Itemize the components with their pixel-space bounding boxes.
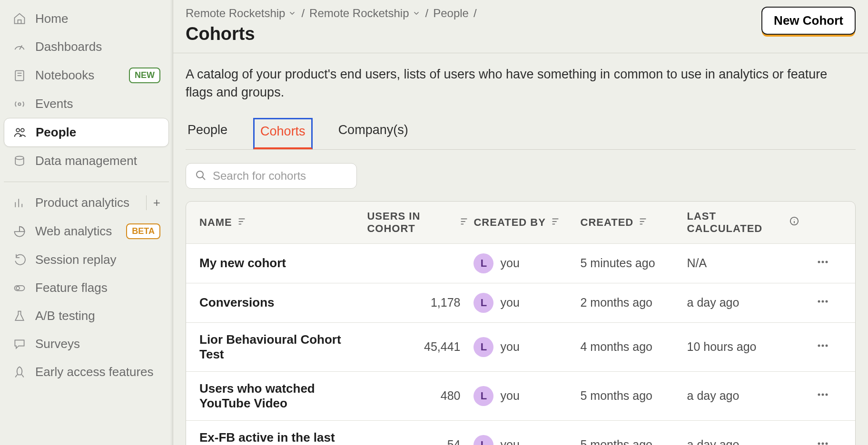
- sidebar-item-label: Home: [35, 11, 68, 26]
- users-count: 1,178: [367, 296, 469, 310]
- table-header: NAME USERS IN COHORT CREATED BY CREATED …: [186, 202, 855, 243]
- search-box[interactable]: [186, 163, 357, 189]
- avatar: L: [473, 386, 493, 406]
- sidebar-item-early-access-features[interactable]: Early access features: [4, 358, 169, 386]
- cohort-name: Users who watched YouTube Video: [199, 381, 362, 411]
- breadcrumb-separator: /: [473, 7, 477, 20]
- created-time: 5 minutes ago: [581, 256, 682, 270]
- created-by: L you: [473, 337, 575, 357]
- avatar: L: [473, 293, 493, 313]
- table-row[interactable]: Conversions 1,178 L you 2 months ago a d…: [186, 283, 855, 322]
- topbar: Remote Rocketship/Remote Rocketship/Peop…: [173, 0, 868, 53]
- sidebar-item-web-analytics[interactable]: Web analytics BETA: [4, 217, 169, 246]
- sidebar-item-label: Surveys: [35, 337, 80, 351]
- last-calculated: a day ago: [687, 438, 799, 445]
- badge: BETA: [126, 223, 160, 239]
- table-row[interactable]: Ex-FB active in the last month 54 L you …: [186, 420, 855, 445]
- sidebar-item-notebooks[interactable]: Notebooks NEW: [4, 61, 169, 90]
- created-by: L you: [473, 435, 575, 445]
- sidebar: Home Dashboards Notebooks NEW Events: [0, 0, 173, 445]
- row-more-button[interactable]: [804, 255, 842, 271]
- chevron-down-icon: [412, 7, 421, 20]
- breadcrumb-separator: /: [301, 7, 305, 20]
- created-time: 5 months ago: [581, 438, 682, 445]
- creator-name: you: [500, 256, 519, 270]
- cohort-name: My new cohort: [199, 256, 362, 271]
- creator-name: you: [500, 296, 519, 310]
- sidebar-item-label: Feature flags: [35, 281, 108, 295]
- users-count: 54: [367, 438, 469, 445]
- users-count: 45,441: [367, 340, 469, 354]
- sidebar-item-label: Dashboards: [35, 39, 102, 54]
- sidebar-item-dashboards[interactable]: Dashboards: [4, 33, 169, 61]
- created-by: L you: [473, 253, 575, 273]
- bar-icon: [12, 196, 27, 210]
- database-icon: [12, 154, 27, 168]
- table-row[interactable]: Users who watched YouTube Video 480 L yo…: [186, 371, 855, 420]
- row-more-button[interactable]: [804, 437, 842, 445]
- chevron-down-icon: [288, 7, 296, 20]
- sidebar-item-session-replay[interactable]: Session replay: [4, 246, 169, 274]
- breadcrumb-separator: /: [425, 7, 429, 20]
- tabs: PeopleCohortsCompany(s): [186, 118, 856, 150]
- last-calculated: N/A: [687, 256, 799, 270]
- sidebar-item-a-b-testing[interactable]: A/B testing: [4, 302, 169, 330]
- new-cohort-button[interactable]: New Cohort: [761, 7, 856, 35]
- row-more-button[interactable]: [804, 339, 842, 355]
- replay-icon: [12, 253, 27, 267]
- creator-name: you: [500, 340, 519, 354]
- toggle-icon: [12, 281, 27, 295]
- notebook-icon: [12, 68, 27, 83]
- people-icon: [13, 126, 27, 140]
- creator-name: you: [500, 438, 519, 445]
- cohort-name: Conversions: [199, 295, 362, 310]
- last-calculated: 10 hours ago: [687, 340, 799, 354]
- sidebar-item-label: Session replay: [35, 252, 117, 267]
- sidebar-item-label: Events: [35, 97, 73, 111]
- sidebar-item-people[interactable]: People: [4, 118, 169, 147]
- cohort-name: Ex-FB active in the last month: [199, 430, 362, 445]
- col-created-by[interactable]: CREATED BY: [473, 216, 575, 229]
- home-icon: [12, 12, 27, 26]
- info-icon: [789, 216, 799, 229]
- sidebar-item-product-analytics[interactable]: Product analytics +: [4, 189, 169, 217]
- sort-icon: [638, 216, 648, 229]
- row-more-button[interactable]: [804, 295, 842, 311]
- tab-company-s-[interactable]: Company(s): [336, 118, 410, 149]
- breadcrumb-item[interactable]: Remote Rocketship: [186, 7, 296, 20]
- sidebar-item-feature-flags[interactable]: Feature flags: [4, 274, 169, 302]
- broadcast-icon: [12, 97, 27, 111]
- col-name[interactable]: NAME: [199, 216, 362, 229]
- last-calculated: a day ago: [687, 296, 799, 310]
- last-calculated: a day ago: [687, 389, 799, 403]
- sidebar-item-surveys[interactable]: Surveys: [4, 330, 169, 358]
- search-input[interactable]: [213, 169, 348, 183]
- table-row[interactable]: Lior Behavioural Cohort Test 45,441 L yo…: [186, 322, 855, 371]
- col-created[interactable]: CREATED: [581, 216, 682, 229]
- cohort-name: Lior Behavioural Cohort Test: [199, 332, 362, 362]
- sidebar-item-label: Product analytics: [35, 195, 129, 210]
- col-last-calculated[interactable]: LAST CALCULATED: [687, 210, 799, 235]
- created-by: L you: [473, 293, 575, 313]
- sort-icon: [237, 216, 247, 229]
- col-users[interactable]: USERS IN COHORT: [367, 210, 469, 235]
- flask-icon: [12, 309, 27, 323]
- users-count: 480: [367, 389, 469, 403]
- row-more-button[interactable]: [804, 388, 842, 404]
- search-icon: [195, 169, 206, 183]
- tab-cohorts[interactable]: Cohorts: [253, 118, 313, 149]
- breadcrumb-item[interactable]: Remote Rocketship: [309, 7, 420, 20]
- tab-people[interactable]: People: [186, 118, 229, 149]
- sidebar-item-data-management[interactable]: Data management: [4, 147, 169, 175]
- plus-icon[interactable]: +: [146, 195, 160, 210]
- sort-icon: [551, 216, 560, 229]
- page-description: A catalog of your product's end users, l…: [186, 66, 856, 102]
- avatar: L: [473, 253, 493, 273]
- breadcrumb-item[interactable]: People: [433, 7, 469, 20]
- sidebar-item-home[interactable]: Home: [4, 5, 169, 33]
- table-row[interactable]: My new cohort L you 5 minutes ago N/A: [186, 243, 855, 283]
- sidebar-item-events[interactable]: Events: [4, 90, 169, 118]
- breadcrumbs: Remote Rocketship/Remote Rocketship/Peop…: [186, 7, 477, 20]
- rocket-icon: [12, 365, 27, 379]
- gauge-icon: [12, 40, 27, 54]
